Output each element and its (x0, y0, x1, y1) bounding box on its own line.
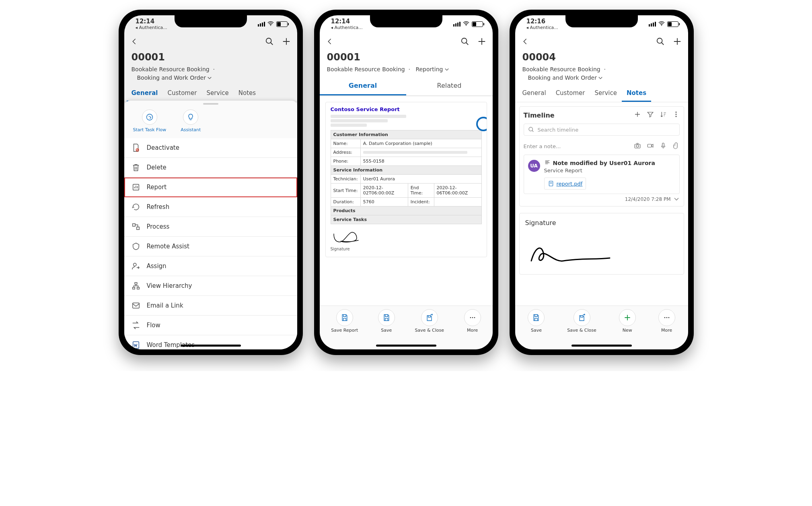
menu-view-hierarchy[interactable]: View Hierarchy (124, 276, 297, 296)
back-to-app[interactable]: ◂ Authentica... (526, 25, 558, 30)
avatar: UA (528, 160, 540, 172)
flow-icon (132, 321, 140, 330)
svg-point-25 (636, 145, 639, 147)
start-task-flow-action[interactable]: Start Task Flow (133, 109, 167, 132)
status-icons (453, 21, 483, 28)
add-icon[interactable] (477, 37, 486, 48)
tab-customer[interactable]: Customer (551, 85, 590, 102)
save-close-button[interactable]: Save & Close (415, 309, 444, 333)
chevron-down-icon[interactable] (445, 65, 449, 74)
attachment[interactable]: report.pdf (544, 178, 586, 190)
mic-icon[interactable] (660, 142, 667, 151)
camera-icon[interactable] (634, 142, 641, 151)
menu-label: Flow (147, 322, 160, 329)
status-icons (649, 21, 678, 28)
back-to-app[interactable]: ◂ Authentica... (136, 25, 167, 30)
menu-email-link[interactable]: Email a Link (124, 296, 297, 316)
battery-icon (667, 21, 678, 27)
bb-label: Save (531, 328, 542, 333)
home-indicator[interactable] (571, 345, 632, 347)
service-section: Service Information (331, 166, 481, 175)
save-button[interactable]: Save (378, 309, 395, 333)
command-menu: Deactivate Delete Report Refresh Process (124, 138, 297, 349)
tab-service[interactable]: Service (201, 85, 233, 102)
back-button[interactable] (131, 38, 138, 47)
new-button[interactable]: New (619, 309, 636, 333)
tab-customer[interactable]: Customer (163, 85, 202, 102)
note-item[interactable]: UA Note modified by User01 Aurora Servic… (524, 155, 680, 194)
svg-point-30 (666, 317, 667, 318)
svg-point-20 (675, 112, 676, 113)
timeline-more-icon[interactable] (672, 111, 680, 120)
tab-general[interactable]: General (127, 85, 163, 102)
menu-refresh[interactable]: Refresh (124, 197, 297, 217)
trash-icon (132, 163, 140, 172)
end-time: 2020-12-06T06:00:00Z (434, 184, 481, 198)
entity-type: Bookable Resource Booking (132, 66, 210, 72)
search-icon[interactable] (460, 37, 469, 48)
status-icons (258, 21, 288, 28)
tab-notes[interactable]: Notes (622, 85, 651, 102)
form-name[interactable]: Booking and Work Order (137, 74, 206, 82)
home-indicator[interactable] (376, 345, 436, 347)
menu-word-templates[interactable]: Word Templates (124, 335, 297, 349)
save-report-button[interactable]: Save Report (331, 309, 358, 333)
search-icon[interactable] (265, 37, 274, 48)
timeline-filter-icon[interactable] (647, 111, 654, 120)
menu-assign[interactable]: Assign (124, 256, 297, 276)
phone-3: 12:16 ◂ Authentica... 00004 Bookable Res… (510, 10, 694, 355)
timeline-search[interactable]: Search timeline (524, 124, 680, 136)
signature-card[interactable]: Signature (519, 213, 684, 275)
add-icon[interactable] (673, 37, 682, 48)
deactivate-icon (132, 143, 140, 152)
form-name[interactable]: Reporting (415, 66, 443, 72)
menu-flow[interactable]: Flow (124, 316, 297, 335)
cell-signal-icon (258, 22, 265, 27)
save-close-button[interactable]: Save & Close (567, 309, 596, 333)
home-indicator[interactable] (181, 345, 241, 347)
save-close-icon (421, 309, 438, 326)
tabs: General Customer Service Notes (124, 85, 297, 102)
menu-remote-assist[interactable]: Remote Assist (124, 237, 297, 256)
word-icon (132, 341, 140, 349)
more-button[interactable]: More (464, 309, 481, 333)
timeline-sort-icon[interactable] (660, 111, 667, 120)
menu-deactivate[interactable]: Deactivate (124, 138, 297, 158)
enter-note-placeholder[interactable]: Enter a note... (524, 143, 561, 149)
back-button[interactable] (522, 38, 529, 47)
tab-service[interactable]: Service (590, 85, 622, 102)
attach-icon[interactable] (672, 142, 680, 151)
add-icon[interactable] (282, 37, 291, 48)
drag-handle[interactable] (203, 103, 218, 105)
chevron-down-icon[interactable] (598, 74, 602, 82)
back-to-app[interactable]: ◂ Authentica... (331, 25, 363, 30)
chevron-down-icon[interactable] (208, 74, 212, 82)
menu-report[interactable]: Report (124, 178, 297, 197)
customer-name: A. Datum Corporation (sample) (360, 139, 481, 148)
menu-delete[interactable]: Delete (124, 158, 297, 178)
signature-label: Signature (525, 219, 678, 227)
svg-point-15 (470, 317, 471, 318)
attachment-filename[interactable]: report.pdf (557, 181, 583, 187)
tab-general[interactable]: General (320, 77, 406, 95)
loading-spinner-icon (476, 117, 487, 131)
battery-icon (472, 21, 483, 27)
tab-notes[interactable]: Notes (234, 85, 261, 102)
tab-related[interactable]: Related (406, 77, 493, 95)
svg-point-2 (146, 114, 152, 120)
chevron-down-icon[interactable] (674, 196, 679, 202)
back-button[interactable] (326, 38, 333, 47)
more-button[interactable]: More (658, 309, 675, 333)
assistant-action[interactable]: Assistant (181, 109, 201, 132)
menu-process[interactable]: Process (124, 217, 297, 237)
svg-point-16 (472, 317, 473, 318)
video-icon[interactable] (647, 142, 654, 151)
timeline-add-icon[interactable] (634, 111, 641, 120)
menu-label: Process (147, 223, 170, 230)
save-button[interactable]: Save (528, 309, 545, 333)
tabs: General Related (320, 77, 493, 96)
start-time: 2020-12-02T06:00:00Z (360, 184, 408, 198)
tab-general[interactable]: General (518, 85, 551, 102)
search-icon[interactable] (656, 37, 665, 48)
form-name[interactable]: Booking and Work Order (528, 74, 597, 82)
